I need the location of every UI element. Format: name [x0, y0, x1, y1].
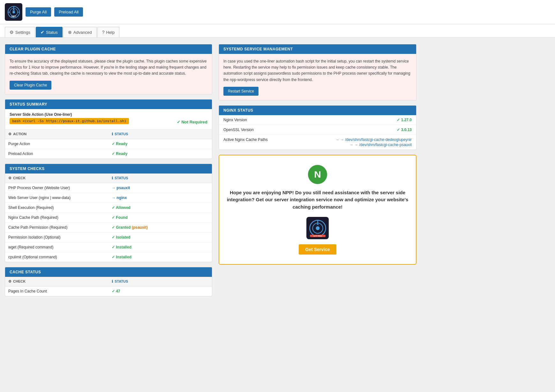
table-row: PHP Process Owner (Website User) → psaux… [5, 183, 212, 193]
check-col-header: ⚙ CHECK [5, 174, 109, 183]
cache-status-card: CACHE STATUS ⚙ CHECK ℹ STATUS Pages In C… [5, 267, 212, 296]
info-icon: ℹ [112, 279, 113, 284]
table-row: Nginx Cache Path (Required) ✓ Found [5, 213, 212, 223]
systemd-card: SYSTEMD SERVICE MANAGEMENT In case you u… [219, 44, 416, 100]
server-action-code: bash <(curl -Ss https://psaux-it.github.… [10, 118, 129, 124]
nginx-status-header: NGINX STATUS [219, 106, 416, 115]
advanced-icon: ⊗ [68, 30, 72, 35]
gear-icon: ⚙ [8, 176, 11, 180]
nav-tabs: ⚙ Settings ✔ Status ⊗ Advanced ? Help [0, 24, 555, 38]
status-summary-header: STATUS SUMMARY [5, 100, 212, 109]
table-row: cpulimit (Optional command) ✓ Installed [5, 252, 212, 262]
purge-all-button[interactable]: Purge All [26, 7, 51, 17]
status-icon: ✔ [41, 30, 44, 35]
top-bar: NPP Purge All Preload All [0, 0, 555, 24]
settings-icon: ⚙ [10, 30, 14, 35]
status-summary-top: Server Side Action (Use One-liner) bash … [5, 109, 212, 129]
openssl-version-row: OpenSSL Version ✓ 3.0.13 [219, 125, 416, 135]
nginx-status-body: Nginx Version ✓ 1.27.0 OpenSSL Version ✓… [219, 115, 416, 150]
restart-service-button[interactable]: Restart Service [223, 87, 259, 96]
gear-icon: ⚙ [8, 132, 11, 136]
system-checks-card: SYSTEM CHECKS ⚙ CHECK ℹ STATUS PHP Proce… [5, 164, 212, 262]
tab-settings[interactable]: ⚙ Settings [5, 27, 35, 37]
row-label: Purge Action [5, 139, 109, 149]
table-row: Purge Action ✓ Ready [5, 139, 212, 149]
nginx-cache-paths-row: Active Nginx Cache Paths →→ /dev/shm/fas… [219, 135, 416, 150]
app-logo: NPP [5, 3, 22, 21]
clear-cache-body: To ensure the accuracy of the displayed … [5, 54, 212, 94]
table-row: Pages In Cache Count ✓ 47 [5, 286, 212, 296]
row-value: ✓ Ready [109, 149, 212, 159]
system-checks-header: SYSTEM CHECKS [5, 164, 212, 174]
svg-text:NPP PRO: NPP PRO [313, 235, 322, 237]
promo-card: N Hope you are enjoying NPP! Do you stil… [219, 155, 416, 265]
gear-icon: ⚙ [8, 279, 11, 284]
clear-cache-header: CLEAR PLUGIN CACHE [5, 44, 212, 54]
cache-status-table-header: ⚙ CHECK ℹ STATUS [5, 277, 212, 286]
row-label: Preload Action [5, 149, 109, 159]
get-service-button[interactable]: Get Service [299, 244, 336, 255]
tab-advanced[interactable]: ⊗ Advanced [63, 27, 97, 37]
nginx-paths-list: →→ /dev/shm/fastcgi-cache-dedeoglupeynir… [335, 137, 412, 147]
table-row: wget (Required command) ✓ Installed [5, 242, 212, 252]
server-action-status: ✓ Not Required [177, 120, 207, 124]
promo-text: Hope you are enjoying NPP! Do you still … [226, 189, 409, 211]
table-row: Web Server User (nginx | www-data) → ngi… [5, 193, 212, 203]
server-action-label: Server Side Action (Use One-liner) [10, 112, 207, 117]
systemd-body: In case you used the one-liner automatio… [219, 54, 416, 100]
system-checks-table-header: ⚙ CHECK ℹ STATUS [5, 174, 212, 183]
systemd-desc: In case you used the one-liner automatio… [223, 58, 412, 83]
nginx-version-row: Nginx Version ✓ 1.27.0 [219, 115, 416, 125]
clear-cache-card: CLEAR PLUGIN CACHE To ensure the accurac… [5, 44, 212, 94]
check-col-header: ⚙ CHECK [5, 277, 109, 286]
nginx-status-card: NGINX STATUS Nginx Version ✓ 1.27.0 Open… [219, 105, 416, 150]
action-col-header: ⚙ ACTION [5, 129, 109, 139]
status-col-header: ℹ STATUS [109, 174, 212, 183]
info-icon: ℹ [112, 132, 113, 136]
left-column: CLEAR PLUGIN CACHE To ensure the accurac… [5, 44, 212, 296]
tab-status[interactable]: ✔ Status [36, 27, 63, 37]
info-icon: ℹ [112, 176, 113, 180]
table-row: Shell Execution (Required) ✓ Allowed [5, 203, 212, 213]
clear-cache-desc: To ensure the accuracy of the displayed … [10, 58, 207, 77]
promo-logo: NPP PRO [306, 217, 329, 239]
systemd-header: SYSTEMD SERVICE MANAGEMENT [219, 44, 416, 54]
status-col-header: ℹ STATUS [109, 277, 212, 286]
svg-point-10 [316, 226, 319, 230]
help-icon: ? [102, 30, 105, 35]
status-summary-card: STATUS SUMMARY Server Side Action (Use O… [5, 99, 212, 159]
right-column: SYSTEMD SERVICE MANAGEMENT In case you u… [219, 44, 416, 296]
status-col-header: ℹ STATUS [109, 129, 212, 139]
svg-point-6 [12, 11, 15, 13]
preload-all-button[interactable]: Preload All [54, 7, 83, 17]
tab-help[interactable]: ? Help [97, 27, 120, 37]
nginx-promo-icon: N [308, 165, 327, 184]
table-row: Preload Action ✓ Ready [5, 149, 212, 159]
svg-text:NPP: NPP [11, 15, 16, 18]
row-value: ✓ Ready [109, 139, 212, 149]
clear-plugin-cache-button[interactable]: Clear Plugin Cache [10, 81, 51, 90]
status-summary-table-header: ⚙ ACTION ℹ STATUS [5, 129, 212, 139]
cache-status-header: CACHE STATUS [5, 267, 212, 277]
table-row: Permission Isolation (Optional) ✓ Isolat… [5, 233, 212, 242]
table-row: Cache Path Permission (Required) ✓ Grant… [5, 223, 212, 233]
main-content: CLEAR PLUGIN CACHE To ensure the accurac… [0, 38, 421, 303]
